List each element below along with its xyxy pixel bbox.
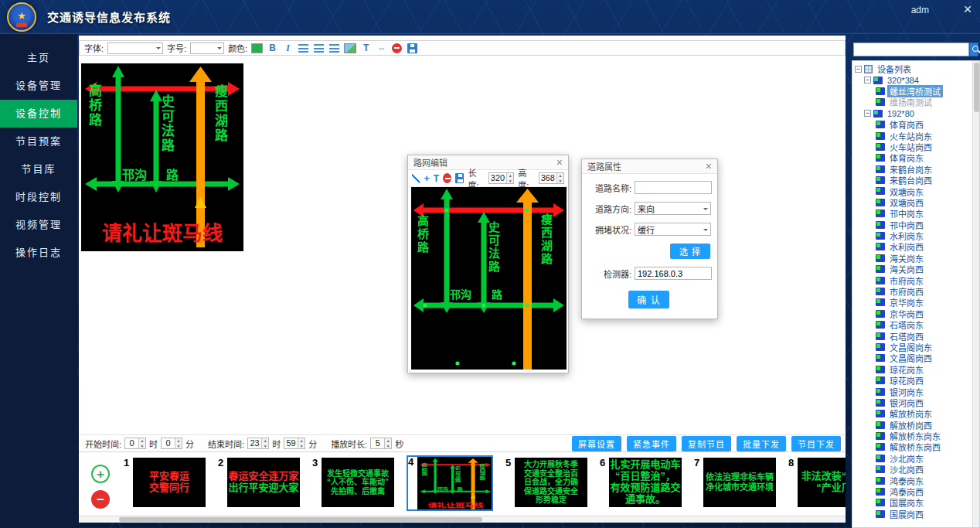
tree-device[interactable]: 水利岗西 bbox=[855, 241, 971, 252]
collapse-icon[interactable]: − bbox=[864, 110, 871, 117]
spin-down-icon[interactable]: ▼ bbox=[557, 179, 563, 184]
collapse-icon[interactable]: − bbox=[855, 66, 862, 73]
save-icon[interactable] bbox=[455, 173, 464, 183]
sidebar-item[interactable]: 设备控制 bbox=[0, 100, 77, 128]
tree-device[interactable]: 解放桥东岗东 bbox=[855, 431, 971, 441]
tree-device[interactable]: 沙北岗西 bbox=[855, 464, 971, 475]
tree-device[interactable]: 双塘岗东 bbox=[855, 186, 971, 196]
tree-device[interactable]: 来鹤台岗东 bbox=[855, 164, 971, 175]
duration-input[interactable]: 5 ▲▼ bbox=[370, 438, 392, 449]
sidebar-item[interactable]: 设备管理 bbox=[0, 72, 77, 100]
tree-device[interactable]: 文昌阁岗西 bbox=[855, 353, 971, 363]
action-button[interactable]: 复制节目 bbox=[682, 436, 731, 451]
action-button[interactable]: 节目下发 bbox=[791, 436, 841, 451]
spin-down-icon[interactable]: ▼ bbox=[507, 179, 513, 184]
tree-device[interactable]: 体育岗东 bbox=[855, 152, 971, 163]
tree-device[interactable]: 鸿泰岗西 bbox=[855, 486, 971, 497]
tree-device[interactable]: 邗中岗东 bbox=[855, 208, 971, 219]
align-center-icon[interactable] bbox=[314, 44, 324, 53]
tree-device[interactable]: 海关岗东 bbox=[855, 253, 971, 264]
start-hour-input[interactable]: 0 ▲▼ bbox=[124, 438, 146, 449]
text-tool-icon[interactable]: T bbox=[434, 173, 439, 184]
spin-down-icon[interactable]: ▼ bbox=[175, 444, 182, 449]
sidebar-item[interactable]: 时段控制 bbox=[0, 183, 77, 211]
spin-down-icon[interactable]: ▼ bbox=[139, 444, 145, 449]
tree-device[interactable]: 国展岗西 bbox=[855, 509, 971, 519]
length-input[interactable]: 320 ▲▼ bbox=[488, 172, 514, 184]
sidebar-item[interactable]: 主页 bbox=[0, 44, 77, 72]
add-program-button[interactable]: + bbox=[91, 465, 110, 483]
playlist-item[interactable]: 7依法治理非标车辆净化城市交通环境 bbox=[694, 458, 776, 507]
playlist-item[interactable]: 4 bbox=[407, 455, 493, 511]
tree-device[interactable]: 海关岗西 bbox=[855, 264, 971, 274]
font-select[interactable] bbox=[107, 43, 163, 54]
italic-button[interactable]: I bbox=[282, 43, 294, 54]
align-left-icon[interactable] bbox=[298, 44, 308, 53]
detector-input[interactable] bbox=[635, 267, 712, 280]
playlist-item[interactable]: 2春运安全连万家出行平安迎大家 bbox=[218, 458, 300, 507]
action-button[interactable]: 批量下发 bbox=[737, 436, 786, 451]
draw-line-icon[interactable] bbox=[412, 174, 420, 183]
height-input[interactable]: 368 ▲▼ bbox=[539, 172, 564, 184]
tree-device[interactable]: 水利岗东 bbox=[855, 230, 971, 241]
close-icon[interactable]: × bbox=[706, 161, 712, 172]
tree-device[interactable]: 琼花岗西 bbox=[855, 375, 971, 386]
start-minute-input[interactable]: 0 ▲▼ bbox=[161, 438, 182, 449]
scrollbar-thumb[interactable] bbox=[119, 517, 482, 522]
tree-device[interactable]: 双塘岗西 bbox=[855, 197, 971, 208]
tree-device[interactable]: 维扬南测试 bbox=[855, 97, 971, 107]
align-right-icon[interactable] bbox=[329, 44, 339, 53]
tree-root[interactable]: −设备列表 bbox=[855, 63, 971, 74]
scrollbar-thumb[interactable] bbox=[974, 63, 979, 112]
tree-device[interactable]: 银河岗西 bbox=[855, 397, 971, 408]
road-name-input[interactable] bbox=[635, 181, 712, 194]
collapse-icon[interactable]: − bbox=[864, 77, 871, 83]
sidebar-item[interactable]: 视频管理 bbox=[0, 211, 77, 239]
add-node-icon[interactable]: + bbox=[424, 172, 430, 184]
spin-down-icon[interactable]: ▼ bbox=[298, 444, 305, 449]
save-icon[interactable] bbox=[407, 43, 417, 53]
color-swatch[interactable] bbox=[251, 43, 263, 53]
tree-device[interactable]: 来鹤台岗西 bbox=[855, 175, 971, 186]
font-size-select[interactable] bbox=[190, 43, 224, 54]
playlist-item[interactable]: 1平安春运交警同行 bbox=[124, 458, 206, 507]
tree-device[interactable]: 火车站岗东 bbox=[855, 130, 971, 141]
tree-device[interactable]: 石塔岗东 bbox=[855, 319, 971, 330]
sidebar-item[interactable]: 节目库 bbox=[0, 155, 77, 183]
sidebar-item[interactable]: 节目预案 bbox=[0, 128, 77, 155]
playlist-scrollbar[interactable] bbox=[79, 516, 846, 523]
tree-device[interactable]: 市府岗西 bbox=[855, 286, 971, 297]
tree-scrollbar[interactable] bbox=[972, 61, 979, 527]
action-button[interactable]: 紧急事件 bbox=[627, 436, 676, 451]
tree-device[interactable]: 京华岗东 bbox=[855, 297, 971, 308]
tree-group[interactable]: −320*384 bbox=[855, 74, 971, 85]
action-button[interactable]: 屏幕设置 bbox=[572, 436, 621, 451]
tree-device[interactable]: 石塔岗西 bbox=[855, 330, 971, 341]
tree-device[interactable]: 鸿泰岗东 bbox=[855, 475, 971, 485]
fit-width-icon[interactable]: ⇔ bbox=[376, 43, 387, 54]
user-name[interactable]: adm bbox=[911, 5, 929, 15]
road-direction-select[interactable]: 来向 bbox=[635, 202, 711, 215]
select-detector-button[interactable]: 选 择 bbox=[670, 244, 710, 259]
tree-device[interactable]: 文昌阁岗东 bbox=[855, 342, 971, 353]
close-icon[interactable]: × bbox=[960, 2, 975, 18]
led-preview[interactable]: 高桥路 史可法路 瘦西湖路 邗沟 路 请礼让斑马线 bbox=[81, 63, 243, 251]
end-hour-input[interactable]: 23 ▲▼ bbox=[247, 438, 269, 449]
tree-device[interactable]: 邗中岗西 bbox=[855, 219, 971, 230]
playlist-item[interactable]: 3发生轻微交通事故“人不伤、车能动”先拍照、后撤离 bbox=[312, 458, 394, 507]
bold-button[interactable]: B bbox=[267, 43, 278, 54]
tree-device[interactable]: 国展岗东 bbox=[855, 497, 971, 508]
end-minute-input[interactable]: 59 ▲▼ bbox=[284, 438, 305, 449]
tree-device[interactable]: 火车站岗西 bbox=[855, 141, 971, 152]
tree-device[interactable]: 螺丝湾桥测试 bbox=[855, 86, 971, 97]
sidebar-item[interactable]: 操作日志 bbox=[0, 239, 77, 267]
tree-group[interactable]: −192*80 bbox=[855, 108, 971, 119]
confirm-button[interactable]: 确 认 bbox=[628, 291, 669, 308]
remove-icon[interactable] bbox=[392, 43, 402, 53]
congestion-select[interactable]: 缓行 bbox=[635, 223, 711, 236]
spin-down-icon[interactable]: ▼ bbox=[262, 444, 268, 449]
tree-device[interactable]: 解放桥岗西 bbox=[855, 420, 971, 431]
tree-device[interactable]: 沙北岗东 bbox=[855, 453, 971, 464]
tree-device[interactable]: 解放桥岗东 bbox=[855, 408, 971, 419]
remove-program-button[interactable]: − bbox=[91, 490, 110, 509]
